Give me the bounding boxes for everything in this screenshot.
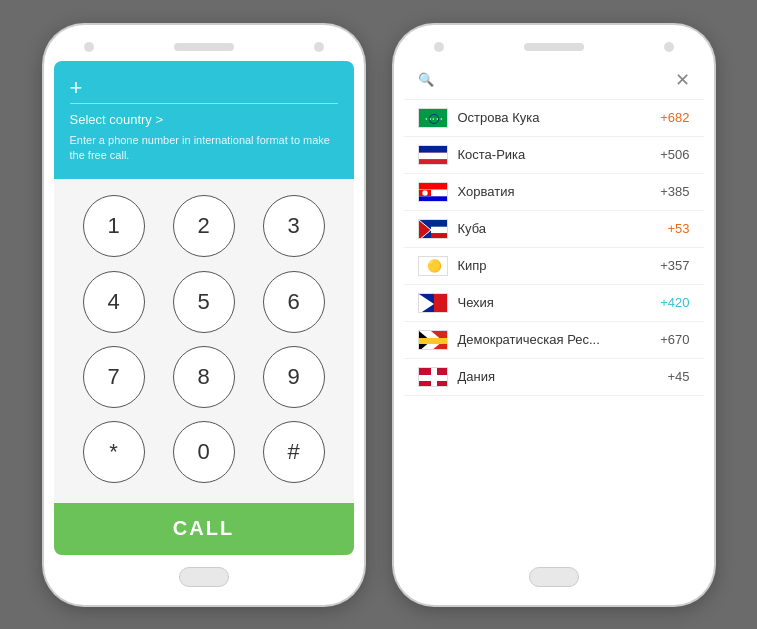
country-item[interactable]: Коста-Рика+506 (404, 137, 704, 174)
country-item[interactable]: ★ ★ ★ ★ ★Острова Кука+682 (404, 100, 704, 137)
home-button-left[interactable] (179, 567, 229, 587)
camera-dot-left-r (434, 42, 444, 52)
svg-rect-14 (419, 196, 448, 202)
dial-key-5[interactable]: 5 (173, 271, 235, 333)
dialer-plus: + (70, 75, 338, 101)
country-name: Демократическая Рес... (458, 332, 651, 347)
speaker-right (524, 43, 584, 51)
country-code: +506 (660, 147, 689, 162)
dial-key-7[interactable]: 7 (83, 346, 145, 408)
dial-key-*[interactable]: * (83, 421, 145, 483)
country-item[interactable]: Демократическая Рес...+670 (404, 322, 704, 359)
svg-rect-21 (431, 220, 448, 227)
svg-text:🟡: 🟡 (426, 258, 441, 273)
dialer-header: + Select country > Enter a phone number … (54, 61, 354, 180)
country-name: Чехия (458, 295, 651, 310)
camera-dot-right (314, 42, 324, 52)
country-code: +53 (667, 221, 689, 236)
country-code: +385 (660, 184, 689, 199)
country-flag (418, 367, 448, 387)
country-item[interactable]: 🟡Кипр+357 (404, 248, 704, 285)
country-search-bar: 🔍 ✕ (404, 61, 704, 100)
svg-rect-34 (419, 338, 448, 344)
close-icon[interactable]: ✕ (675, 69, 690, 91)
country-name: Хорватия (458, 184, 651, 199)
country-code: +670 (660, 332, 689, 347)
camera-dot-right-r (664, 42, 674, 52)
country-item[interactable]: Куба+53 (404, 211, 704, 248)
svg-rect-27 (434, 294, 448, 313)
dialer-divider (70, 103, 338, 104)
dial-key-3[interactable]: 3 (263, 195, 325, 257)
country-name: Коста-Рика (458, 147, 651, 162)
svg-rect-22 (431, 226, 448, 233)
country-flag: ★ ★ ★ ★ ★ (418, 108, 448, 128)
svg-text:★ ★ ★ ★ ★: ★ ★ ★ ★ ★ (424, 117, 442, 121)
dial-key-8[interactable]: 8 (173, 346, 235, 408)
country-name: Куба (458, 221, 658, 236)
call-button[interactable]: CALL (54, 503, 354, 555)
dialer-keypad: 123456789*0# (54, 179, 354, 502)
country-flag (418, 219, 448, 239)
country-flag (418, 145, 448, 165)
country-item[interactable]: Дания+45 (404, 359, 704, 396)
country-code: +682 (660, 110, 689, 125)
country-code: +45 (667, 369, 689, 384)
country-item[interactable]: Чехия+420 (404, 285, 704, 322)
home-button-right[interactable] (529, 567, 579, 587)
country-name: Дания (458, 369, 658, 384)
dial-key-0[interactable]: 0 (173, 421, 235, 483)
country-list: ★ ★ ★ ★ ★Острова Кука+682Коста-Рика+506Х… (404, 100, 704, 555)
select-country-label[interactable]: Select country > (70, 112, 338, 127)
country-code: +420 (660, 295, 689, 310)
svg-rect-9 (419, 146, 448, 153)
country-item[interactable]: Хорватия+385 (404, 174, 704, 211)
svg-rect-12 (419, 183, 448, 190)
dial-key-#[interactable]: # (263, 421, 325, 483)
phone-top-bar-left (54, 43, 354, 51)
svg-rect-11 (419, 159, 448, 165)
country-flag (418, 293, 448, 313)
svg-rect-37 (419, 375, 448, 381)
phones-container: + Select country > Enter a phone number … (44, 25, 714, 605)
country-name: Острова Кука (458, 110, 651, 125)
country-code: +357 (660, 258, 689, 273)
dialer-instruction: Enter a phone number in international fo… (70, 133, 338, 164)
dialer-screen: + Select country > Enter a phone number … (54, 61, 354, 555)
dial-key-4[interactable]: 4 (83, 271, 145, 333)
right-phone: 🔍 ✕ ★ ★ ★ ★ ★Острова Кука+682Коста-Рика+… (394, 25, 714, 605)
svg-rect-10 (419, 152, 448, 159)
dial-key-1[interactable]: 1 (83, 195, 145, 257)
dial-key-2[interactable]: 2 (173, 195, 235, 257)
country-flag (418, 182, 448, 202)
dial-key-6[interactable]: 6 (263, 271, 325, 333)
dial-key-9[interactable]: 9 (263, 346, 325, 408)
svg-rect-23 (431, 233, 448, 239)
search-icon: 🔍 (418, 72, 434, 87)
country-list-screen: 🔍 ✕ ★ ★ ★ ★ ★Острова Кука+682Коста-Рика+… (404, 61, 704, 555)
camera-dot-left (84, 42, 94, 52)
svg-point-16 (422, 190, 428, 196)
country-flag: 🟡 (418, 256, 448, 276)
country-name: Кипр (458, 258, 651, 273)
phone-top-bar-right (404, 43, 704, 51)
left-phone: + Select country > Enter a phone number … (44, 25, 364, 605)
country-flag (418, 330, 448, 350)
speaker-left (174, 43, 234, 51)
